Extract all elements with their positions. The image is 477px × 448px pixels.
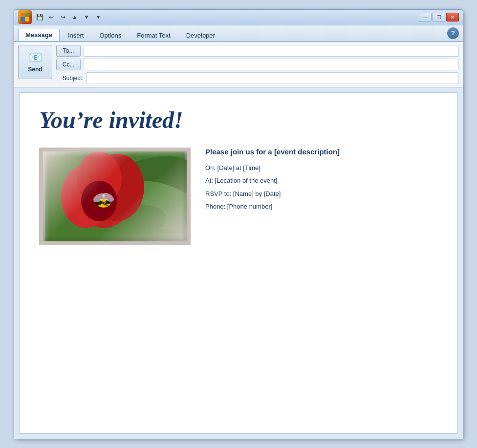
quick-access-toolbar: 💾 ↩ ↪ ▲ ▼ ▾ [35,12,416,22]
tab-format-text[interactable]: Format Text [130,29,177,41]
flower-image [39,148,191,245]
subject-row: Subject: [56,72,459,84]
office-logo [18,10,32,24]
to-row: To... [56,45,459,57]
email-body[interactable]: You’re invited! [19,92,458,434]
ribbon-tab-bar: Message Insert Options Format Text Devel… [14,25,463,41]
cc-row: Cc... [56,59,459,70]
location-line: At: [Location of the event] [205,176,438,185]
email-fields-area: 📧 Send To... Cc... Subject: [14,42,463,87]
send-label: Send [28,66,42,73]
close-button[interactable]: ✕ [446,13,459,21]
send-button[interactable]: 📧 Send [18,45,52,79]
invitation-title: You’re invited! [39,107,438,133]
svg-rect-1 [25,13,29,17]
cc-input[interactable] [84,59,459,70]
tab-message[interactable]: Message [18,29,60,41]
event-details: Please join us for a [event description]… [205,148,438,215]
outlook-window: 💾 ↩ ↪ ▲ ▼ ▾ — ❐ ✕ Message Insert Options… [14,9,463,439]
tab-insert[interactable]: Insert [61,29,91,41]
subject-input[interactable] [87,72,459,84]
rsvp-line: RSVP to: [Name] by [Date] [205,190,438,198]
to-input[interactable] [84,45,459,57]
phone-line: Phone: [Phone number] [205,202,438,211]
redo-qa-button[interactable]: ↪ [58,12,68,22]
restore-button[interactable]: ❐ [433,13,445,21]
send-icon: 📧 [29,51,42,64]
window-controls: — ❐ ✕ [419,13,459,21]
tab-developer[interactable]: Developer [179,29,222,41]
customize-qa-button[interactable]: ▾ [93,12,103,22]
svg-rect-3 [25,17,29,21]
cc-button[interactable]: Cc... [56,59,81,70]
date-line: On: [Date] at [Time] [205,164,438,172]
event-heading: Please join us for a [event description] [205,148,438,156]
save-qa-button[interactable]: 💾 [35,12,44,22]
to-button[interactable]: To... [56,45,81,57]
undo-qa-button[interactable]: ↩ [46,12,56,22]
up-qa-button[interactable]: ▲ [70,12,80,22]
minimize-button[interactable]: — [419,13,432,21]
subject-label: Subject: [56,75,84,82]
help-button[interactable]: ? [447,27,459,39]
content-area: You’re invited! [14,87,463,439]
invite-content: Please join us for a [event description]… [39,148,438,245]
dropdown-qa-button[interactable]: ▼ [82,12,91,22]
ribbon: Message Insert Options Format Text Devel… [14,25,463,42]
svg-rect-0 [21,13,25,17]
svg-rect-2 [21,17,25,21]
address-fields: To... Cc... Subject: [56,45,459,84]
tab-options[interactable]: Options [92,29,129,41]
title-bar: 💾 ↩ ↪ ▲ ▼ ▾ — ❐ ✕ [14,10,463,25]
